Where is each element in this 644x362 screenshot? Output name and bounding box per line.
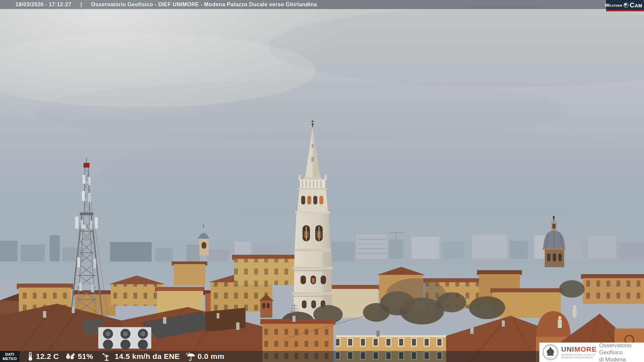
unimore-more: MORE [574,345,597,353]
webcam-title: Osservatorio Geofisico - DIEF UNIMORE - … [91,2,317,8]
umbrella-icon [185,352,195,361]
separator: | [80,2,82,8]
seal-figure [547,347,554,356]
anemometer-icon [102,352,112,361]
camera-lens-icon [624,3,629,8]
thermometer-icon [28,352,33,361]
humidity-value: 51% [78,352,93,361]
rain-reading: 0.0 mm [185,352,224,361]
observatory-name: Osservatorio Geofisico di Modena [599,342,641,362]
weathercam-logo-weather: Weather [605,3,622,8]
weathercam-logo-underline [606,10,644,11]
temperature-value: 12.2 C [36,352,59,361]
unimore-wordmark: UNIMORE UNIVERSITÀ DEGLI STUDI DI MODENA… [561,346,597,359]
weathercam-logo-cam: Cam [630,2,642,8]
seal-year: 1175 [549,357,552,359]
unimore-uni: UNI [561,345,574,353]
temperature-reading: 12.2 C [28,352,59,361]
observatory-line1: Osservatorio Geofisico [599,342,641,356]
meteo-badge-line2: METEO [3,357,17,361]
weathercam-logo: Weather Cam [606,0,644,10]
unimore-brand-box: VNIVERSITAS STUDIORUM MUTINENSIS ET REGI… [539,343,644,362]
humidity-reading: 51% [65,352,93,361]
webcam-view: 18/03/2026 - 17:12:27 | Osservatorio Geo… [0,0,644,362]
unimore-subtitle-line1: UNIVERSITÀ DEGLI STUDI DI [561,354,597,356]
water-drops-icon [65,352,75,361]
city-panorama [0,0,644,362]
observatory-line2: di Modena [599,356,641,362]
wind-value: 14.5 km/h da ENE [115,352,180,361]
unimore-seal-icon: VNIVERSITAS STUDIORUM MUTINENSIS ET REGI… [542,344,558,360]
unimore-subtitle-line2: MODENA E REGGIO EMILIA [561,356,597,359]
meteo-badge-line1: DATI [5,352,14,357]
rain-value: 0.0 mm [198,352,224,361]
top-info-bar: 18/03/2026 - 17:12:27 | Osservatorio Geo… [0,0,644,9]
timestamp: 18/03/2026 - 17:12:27 [15,2,71,8]
meteo-badge: DATI METEO [0,351,19,362]
wind-reading: 14.5 km/h da ENE [102,352,180,361]
